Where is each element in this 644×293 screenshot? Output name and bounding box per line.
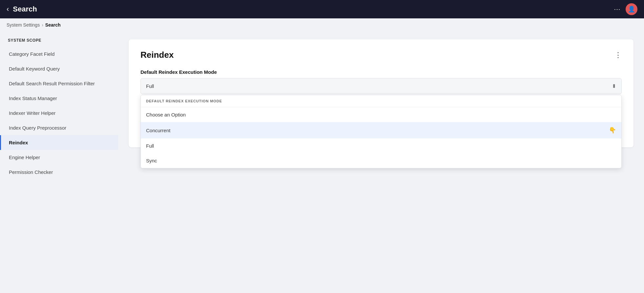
sidebar-item-index-query-preprocessor[interactable]: Index Query Preprocessor <box>0 120 118 135</box>
sidebar-item-permission-checker[interactable]: Permission Checker <box>0 165 118 179</box>
sidebar-item-label: Default Keyword Query <box>9 66 60 72</box>
sidebar: SYSTEM SCOPE Category Facet Field Defaul… <box>0 31 118 293</box>
dropdown-item-concurrent[interactable]: Concurrent 👇 <box>141 122 621 138</box>
sidebar-item-index-status-manager[interactable]: Index Status Manager <box>0 91 118 106</box>
breadcrumb-current: Search <box>45 22 61 28</box>
sidebar-item-label: Index Status Manager <box>9 95 57 101</box>
dropdown-item-label: Concurrent <box>146 128 170 133</box>
select-arrow-icon: ⬍ <box>612 83 616 89</box>
sidebar-item-label: Engine Helper <box>9 155 40 160</box>
more-options-icon[interactable]: ⋮ <box>614 52 622 59</box>
user-icon: 👤 <box>628 6 635 13</box>
dropdown-item-sync[interactable]: Sync <box>141 153 621 168</box>
top-navigation: ‹ Search ⋯ 👤 <box>0 0 644 18</box>
cursor-icon: 👇 <box>609 127 616 134</box>
sidebar-item-default-search-result-permission-filter[interactable]: Default Search Result Permission Filter <box>0 76 118 91</box>
grid-icon[interactable]: ⋯ <box>614 5 620 13</box>
page-layout: SYSTEM SCOPE Category Facet Field Defaul… <box>0 31 644 293</box>
back-icon: ‹ <box>7 5 9 13</box>
sidebar-item-indexer-writer-helper[interactable]: Indexer Writer Helper <box>0 106 118 120</box>
card-header: Reindex ⋮ <box>140 50 622 60</box>
main-content: Reindex ⋮ Default Reindex Execution Mode… <box>118 31 644 293</box>
breadcrumb: System Settings › Search <box>0 18 644 31</box>
sidebar-item-default-keyword-query[interactable]: Default Keyword Query <box>0 61 118 76</box>
dropdown-header: DEFAULT REINDEX EXECUTION MODE <box>141 95 621 107</box>
dropdown-item-label: Sync <box>146 158 157 163</box>
card-title: Reindex <box>140 50 174 60</box>
sidebar-item-label: Indexer Writer Helper <box>9 110 55 116</box>
dropdown-item-label: Choose an Option <box>146 112 186 117</box>
execution-mode-select-wrapper: Full ⬍ DEFAULT REINDEX EXECUTION MODE Ch… <box>140 78 622 94</box>
breadcrumb-parent[interactable]: System Settings <box>7 22 40 28</box>
sidebar-item-label: Category Facet Field <box>9 51 54 57</box>
sidebar-section-title: SYSTEM SCOPE <box>0 38 118 47</box>
user-avatar[interactable]: 👤 <box>626 3 637 15</box>
execution-mode-select[interactable]: Full ⬍ <box>140 78 622 94</box>
sidebar-item-label: Permission Checker <box>9 169 53 175</box>
dropdown-item-full[interactable]: Full <box>141 138 621 153</box>
sidebar-item-label: Reindex <box>9 140 28 145</box>
dropdown-item-choose-option[interactable]: Choose an Option <box>141 107 621 122</box>
selected-value: Full <box>146 83 154 89</box>
back-button[interactable]: ‹ <box>7 5 9 13</box>
reindex-card: Reindex ⋮ Default Reindex Execution Mode… <box>129 39 633 147</box>
sidebar-item-label: Default Search Result Permission Filter <box>9 81 95 86</box>
breadcrumb-separator: › <box>42 22 43 28</box>
dropdown-concurrent-row: Concurrent 👇 <box>146 127 616 134</box>
nav-right: ⋯ 👤 <box>614 3 637 15</box>
sidebar-item-category-facet-field[interactable]: Category Facet Field <box>0 47 118 61</box>
sidebar-item-label: Index Query Preprocessor <box>9 125 66 131</box>
dropdown-item-label: Full <box>146 143 154 149</box>
execution-mode-dropdown: DEFAULT REINDEX EXECUTION MODE Choose an… <box>140 95 622 168</box>
nav-title: Search <box>13 5 37 13</box>
nav-left: ‹ Search <box>7 5 37 13</box>
sidebar-item-engine-helper[interactable]: Engine Helper <box>0 150 118 165</box>
field-label: Default Reindex Execution Mode <box>140 69 622 75</box>
sidebar-item-reindex[interactable]: Reindex <box>0 135 118 150</box>
